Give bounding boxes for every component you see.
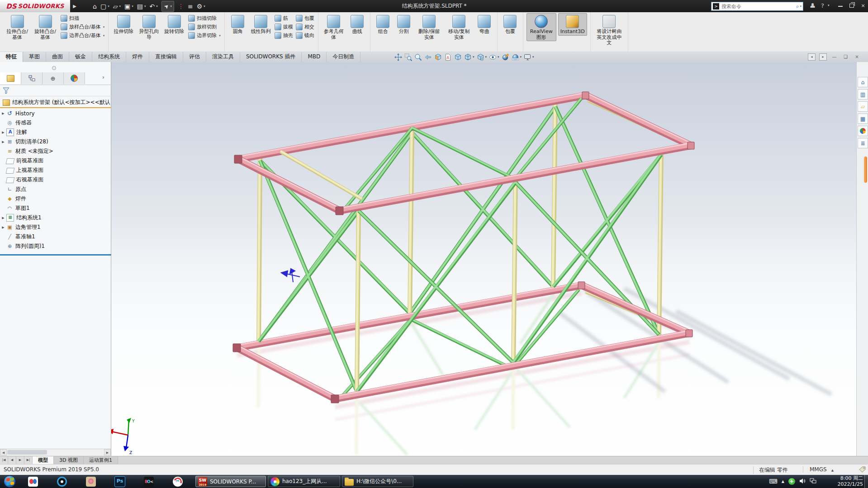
tree-item-history[interactable]: ▶↺History — [0, 109, 111, 118]
tab-评估[interactable]: 评估 — [183, 52, 206, 62]
ribbon-button[interactable]: 移动/复制实体 — [445, 13, 473, 41]
dropdown-caret-icon[interactable]: ▾ — [532, 55, 534, 59]
filter-funnel-icon[interactable] — [3, 87, 10, 94]
ribbon-button[interactable]: 分割 — [394, 13, 413, 36]
close-button[interactable]: × — [858, 3, 868, 9]
model-tab-运动算例1[interactable]: 运动算例1 — [84, 456, 118, 464]
tab-scroll-first-icon[interactable]: |◀ — [0, 456, 8, 464]
ribbon-button[interactable]: 旋转凸台/基体 — [32, 13, 58, 41]
task-pane-marker[interactable] — [864, 156, 867, 183]
camera-app-taskbar-icon[interactable] — [55, 476, 69, 487]
expand-arrow-icon[interactable]: ▶ — [0, 216, 6, 220]
logo-flyout-arrow-icon[interactable]: ▶ — [71, 2, 78, 10]
tree-item-structure-system[interactable]: ▶▦结构系统1 — [0, 213, 111, 223]
media-app-taskbar-icon[interactable]: 8O< — [142, 476, 156, 487]
graphics-viewport[interactable]: Y X Z — [111, 62, 856, 456]
speaker-icon[interactable] — [799, 477, 806, 486]
ribbon-button[interactable]: 拉伸凸台/基体 — [4, 13, 30, 41]
tab-scroll-prev-icon[interactable]: ◀ — [8, 456, 16, 464]
annotation-view-icon[interactable]: A — [444, 53, 452, 61]
doc-restore-icon[interactable]: ❏ — [842, 53, 849, 61]
ribbon-button[interactable]: 删除/保留实体 — [415, 13, 443, 41]
user-icon[interactable]: 👤︎ — [810, 2, 816, 9]
3d-model-canvas[interactable]: Y X Z — [111, 62, 856, 456]
zoom-to-fit-icon[interactable] — [394, 53, 402, 61]
dropdown-caret-icon[interactable]: ▾ — [473, 55, 474, 59]
help-caret-icon[interactable]: ▾ — [828, 4, 830, 7]
show-desktop-button[interactable] — [864, 475, 868, 488]
view-modes-icon[interactable]: ▾ — [524, 53, 534, 61]
tab-直接编辑[interactable]: 直接编辑 — [149, 52, 183, 62]
scrollbar-thumb[interactable] — [7, 450, 47, 455]
rollback-bar[interactable] — [0, 254, 111, 256]
ribbon-small-button[interactable]: 筋 — [275, 14, 293, 23]
ribbon-small-button[interactable]: 放样凸台/基体▾ — [61, 23, 104, 31]
home-icon[interactable]: ⌂ — [858, 77, 868, 87]
expand-arrow-icon[interactable]: ▶ — [0, 112, 6, 115]
scroll-right-icon[interactable]: ▶ — [104, 449, 111, 455]
settings-gear-icon[interactable]: ⚙▾ — [197, 1, 205, 11]
ribbon-small-button[interactable]: 拔模 — [275, 23, 293, 31]
command-search[interactable]: > ⌕ ▾ — [711, 2, 803, 11]
taskbar-window-hao123-pinwheel[interactable]: hao123_上网从... — [268, 476, 340, 487]
ribbon-button[interactable]: 参考几何体 — [322, 13, 346, 41]
expand-arrow-icon[interactable]: ▶ — [0, 131, 6, 134]
show-hidden-icons[interactable]: ▲ — [782, 475, 784, 488]
panel-flyout-icon[interactable]: › — [102, 74, 104, 81]
expand-arrow-icon[interactable]: ▶ — [0, 140, 6, 144]
tab-渲染工具[interactable]: 渲染工具 — [206, 52, 240, 62]
ribbon-button[interactable]: Instant3D — [558, 13, 587, 36]
next-pane-icon[interactable]: ▸ — [819, 53, 827, 61]
ribbon-button[interactable]: 组合 — [374, 13, 393, 36]
units-selector[interactable]: MMGS▲ — [803, 466, 834, 473]
tab-草图[interactable]: 草图 — [23, 52, 46, 62]
tab-scroll-last-icon[interactable]: ▶| — [24, 456, 33, 464]
taskbar-window-solidworks-2019[interactable]: SWSOLIDWORKS P... — [195, 476, 266, 487]
ribbon-small-button[interactable]: 边界切除▾ — [188, 31, 221, 40]
ribbon-button[interactable]: 曲线 — [348, 13, 367, 36]
home-icon[interactable]: ⌂ — [93, 1, 97, 11]
photos-app-taskbar-icon[interactable] — [84, 476, 98, 487]
hide-show-items-icon[interactable]: ▾ — [477, 53, 487, 61]
ribbon-small-button[interactable]: 扫描切除 — [188, 14, 221, 23]
section-view-icon[interactable] — [434, 53, 442, 61]
zoom-to-area-icon[interactable] — [404, 53, 412, 61]
tree-item-plane[interactable]: 前视基准面 — [0, 156, 111, 166]
tree-item-material[interactable]: ≡材质 <未指定> — [0, 147, 111, 156]
model-tab-3D 视图[interactable]: 3D 视图 — [54, 456, 84, 464]
scroll-left-icon[interactable]: ◀ — [0, 449, 7, 455]
tree-item-plane[interactable]: 上视基准面 — [0, 166, 111, 175]
tab-结构系统[interactable]: 结构系统 — [92, 52, 126, 62]
dropdown-caret-icon[interactable]: ▾ — [132, 1, 133, 11]
select-cursor-icon[interactable]: ➤▾ — [161, 1, 174, 12]
tab-SOLIDWORKS 插件[interactable]: SOLIDWORKS 插件 — [240, 52, 302, 62]
open-folder-icon[interactable]: ▱▾ — [113, 1, 121, 11]
expand-arrow-icon[interactable]: ▶ — [0, 226, 6, 229]
doc-minimize-icon[interactable]: — — [830, 53, 838, 61]
panel-horizontal-scrollbar[interactable]: ◀ ▶ — [0, 449, 111, 456]
ribbon-small-button[interactable]: 放样切割 — [188, 23, 221, 31]
dropdown-caret-icon[interactable]: ▾ — [204, 1, 205, 11]
ribbon-small-button[interactable]: 边界凸台/基体▾ — [61, 31, 104, 40]
tree-item-sketch[interactable]: ◠草图1 — [0, 204, 111, 213]
dropdown-caret-icon[interactable]: ▾ — [170, 1, 172, 11]
tab-曲面[interactable]: 曲面 — [46, 52, 69, 62]
search-caret-icon[interactable]: ▾ — [800, 5, 802, 8]
ribbon-small-button[interactable]: 抽壳 — [275, 31, 293, 40]
network-icon[interactable] — [810, 477, 816, 486]
dropdown-caret-icon[interactable]: ▾ — [156, 1, 158, 11]
edit-appearance-icon[interactable] — [502, 53, 509, 61]
ribbon-button[interactable]: 包覆 — [501, 13, 520, 36]
traffic-light-icon[interactable]: ⋮ — [178, 1, 184, 11]
view-orientation-icon[interactable] — [454, 53, 462, 61]
model-tab-模型[interactable]: 模型 — [33, 456, 54, 464]
file-explorer-icon[interactable]: ▱ — [858, 101, 868, 112]
ribbon-button[interactable]: 将设计树由英文改成中文 — [594, 13, 625, 47]
feature-manager-tab[interactable] — [0, 72, 21, 84]
view-palette-icon[interactable]: ▦ — [858, 114, 868, 124]
tab-特征[interactable]: 特征 — [0, 52, 23, 62]
ribbon-small-button[interactable]: 包覆 — [296, 14, 314, 23]
tree-root-item[interactable]: 结构系统方管架 (默认<按加工><<默认 — [0, 98, 111, 107]
dropdown-caret-icon[interactable]: ▾ — [103, 25, 105, 29]
tree-item-origin[interactable]: ∟原点 — [0, 185, 111, 194]
